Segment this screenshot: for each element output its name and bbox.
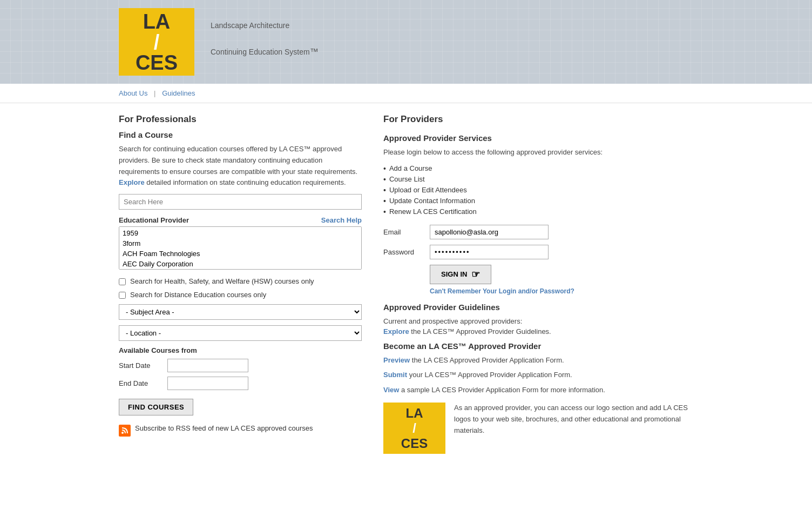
signin-label: SIGN IN bbox=[441, 270, 467, 278]
distance-checkbox-row: Search for Distance Education courses on… bbox=[119, 291, 362, 299]
header: LA / CES Landscape Architecture Continui… bbox=[0, 0, 812, 84]
guidelines-link[interactable]: Guidelines bbox=[162, 89, 195, 97]
provider-row: Educational Provider Search Help bbox=[119, 216, 362, 224]
search-help-link[interactable]: Search Help bbox=[321, 216, 362, 224]
password-input[interactable] bbox=[430, 245, 549, 259]
preview-link[interactable]: Preview bbox=[383, 356, 410, 364]
promo-logo-text: LA / CES bbox=[401, 406, 428, 451]
service-item-1: Add a Course bbox=[383, 163, 693, 174]
email-label: Email bbox=[383, 228, 421, 236]
signin-button[interactable]: SIGN IN ☞ bbox=[430, 265, 491, 284]
end-date-input[interactable] bbox=[167, 377, 248, 390]
main-content: For Professionals Find a Course Search f… bbox=[0, 103, 812, 465]
left-column: For Professionals Find a Course Search f… bbox=[119, 114, 362, 454]
left-subsection-title: Find a Course bbox=[119, 130, 362, 139]
service-item-5: Renew LA CES Certification bbox=[383, 206, 693, 217]
forgot-password-link[interactable]: Can't Remember Your Login and/or Passwor… bbox=[430, 287, 693, 295]
right-column: For Providers Approved Provider Services… bbox=[383, 114, 693, 454]
provider-option-2[interactable]: 3form bbox=[120, 238, 360, 249]
find-courses-button[interactable]: FIND COURSES bbox=[119, 399, 193, 415]
submit-text: Submit your LA CES™ Approved Provider Ap… bbox=[383, 370, 693, 380]
promo-logo: LA / CES bbox=[383, 403, 445, 454]
guidelines-explore-link[interactable]: Explore bbox=[383, 327, 409, 336]
rss-text: Subscribe to RSS feed of new LA CES appr… bbox=[135, 424, 313, 432]
title-line1: Landscape Architecture bbox=[211, 16, 319, 42]
password-label: Password bbox=[383, 248, 421, 256]
rss-icon bbox=[119, 425, 131, 437]
available-label: Available Courses from bbox=[119, 346, 362, 354]
subject-area-select[interactable]: - Subject Area - bbox=[119, 304, 362, 320]
provider-option-4[interactable]: AEC Daily Corporation bbox=[120, 259, 360, 269]
about-us-link[interactable]: About Us bbox=[119, 89, 147, 97]
promo-text: As an approved provider, you can access … bbox=[454, 403, 693, 454]
guidelines-text: Current and prospective approved provide… bbox=[383, 316, 693, 337]
nav-separator: | bbox=[154, 89, 155, 97]
nav-bar: About Us | Guidelines bbox=[0, 84, 812, 103]
hsw-checkbox[interactable] bbox=[119, 278, 126, 285]
preview-text: Preview the LA CES Approved Provider App… bbox=[383, 355, 693, 366]
provider-option-1[interactable]: 1959 bbox=[120, 228, 360, 238]
distance-label: Search for Distance Education courses on… bbox=[130, 291, 266, 299]
password-row: Password bbox=[383, 245, 693, 259]
view-link[interactable]: View bbox=[383, 386, 399, 394]
signin-area: SIGN IN ☞ Can't Remember Your Login and/… bbox=[430, 265, 693, 295]
hsw-checkbox-row: Search for Health, Safety, and Welfare (… bbox=[119, 277, 362, 285]
header-content: LA / CES Landscape Architecture Continui… bbox=[0, 0, 812, 84]
rss-svg bbox=[121, 427, 128, 434]
logo-line1: LA bbox=[136, 11, 178, 32]
logo-line2: CES bbox=[136, 52, 178, 73]
provider-desc: Please login below to access the followi… bbox=[383, 147, 693, 158]
left-description: Search for continuing education courses … bbox=[119, 144, 362, 189]
trademark: ™ bbox=[310, 47, 319, 56]
service-item-2: Course List bbox=[383, 174, 693, 185]
logo-divider: / bbox=[136, 32, 178, 52]
provider-label: Educational Provider bbox=[119, 216, 189, 224]
email-input[interactable] bbox=[430, 225, 549, 239]
distance-checkbox[interactable] bbox=[119, 292, 126, 299]
logo-box: LA / CES bbox=[119, 8, 194, 76]
logo-text: LA / CES bbox=[136, 11, 178, 73]
provider-option-3[interactable]: ACH Foam Technologies bbox=[120, 249, 360, 259]
location-select[interactable]: - Location - bbox=[119, 325, 362, 341]
start-date-row: Start Date bbox=[119, 359, 362, 372]
cursor-icon: ☞ bbox=[471, 269, 480, 280]
search-input[interactable] bbox=[119, 194, 362, 210]
header-title: Landscape Architecture Continuing Educat… bbox=[211, 16, 319, 68]
service-item-4: Update Contact Information bbox=[383, 196, 693, 206]
submit-link[interactable]: Submit bbox=[383, 371, 407, 379]
start-date-input[interactable] bbox=[167, 359, 248, 372]
service-item-3: Upload or Edit Attendees bbox=[383, 185, 693, 196]
provider-guidelines-title: Approved Provider Guidelines bbox=[383, 303, 693, 312]
right-section-title: For Providers bbox=[383, 114, 693, 125]
rss-row: Subscribe to RSS feed of new LA CES appr… bbox=[119, 424, 362, 437]
end-date-label: End Date bbox=[119, 379, 162, 387]
explore-link[interactable]: Explore bbox=[119, 178, 145, 186]
approved-provider-services-title: Approved Provider Services bbox=[383, 133, 693, 143]
provider-select[interactable]: 1959 3form ACH Foam Technologies AEC Dai… bbox=[119, 226, 362, 270]
end-date-row: End Date bbox=[119, 377, 362, 390]
services-list: Add a Course Course List Upload or Edit … bbox=[383, 163, 693, 217]
title-line2: Continuing Education System™ bbox=[211, 42, 319, 68]
logo-promo: LA / CES As an approved provider, you ca… bbox=[383, 403, 693, 454]
view-text: View a sample LA CES Provider Applicatio… bbox=[383, 385, 693, 395]
start-date-label: Start Date bbox=[119, 361, 162, 370]
svg-point-0 bbox=[121, 432, 124, 434]
hsw-label: Search for Health, Safety, and Welfare (… bbox=[130, 277, 314, 285]
left-section-title: For Professionals bbox=[119, 114, 362, 125]
email-row: Email bbox=[383, 225, 693, 239]
become-title: Become an LA CES™ Approved Provider bbox=[383, 341, 693, 351]
